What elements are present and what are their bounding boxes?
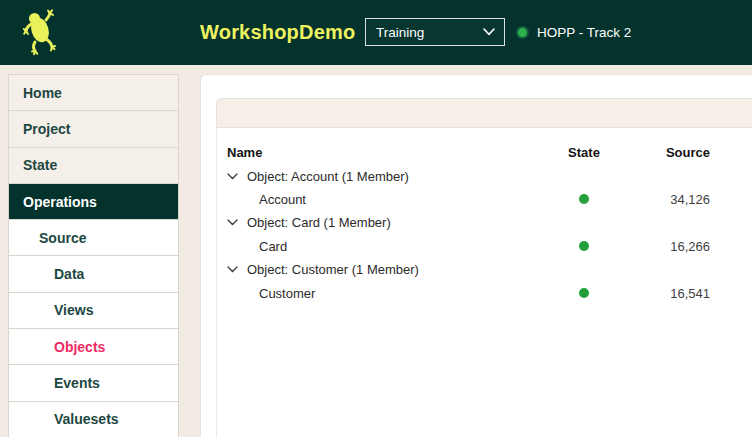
sidebar-item-project[interactable]: Project bbox=[9, 111, 178, 147]
chevron-down-icon bbox=[227, 266, 238, 273]
table-row-source: 34,126 bbox=[624, 192, 710, 207]
sidebar-item-label: Project bbox=[23, 121, 70, 137]
status-label: HOPP - Track 2 bbox=[537, 25, 631, 40]
group-label: Object: Card (1 Member) bbox=[247, 215, 391, 230]
group-label: Object: Customer (1 Member) bbox=[247, 262, 419, 277]
table-row-name[interactable]: Customer bbox=[225, 286, 544, 301]
column-header-state: State bbox=[544, 145, 624, 160]
sidebar-item-valuesets[interactable]: Valuesets bbox=[9, 402, 178, 437]
sidebar-nav: Home Project State Operations Source Dat… bbox=[8, 74, 179, 437]
sidebar-item-label: Events bbox=[54, 375, 100, 391]
frog-icon bbox=[23, 9, 57, 56]
main-content: Name State Source Object: Account (1 Mem… bbox=[200, 74, 752, 437]
panel-header bbox=[216, 98, 752, 128]
chevron-down-icon bbox=[227, 219, 238, 226]
environment-select-value: Training bbox=[376, 25, 424, 40]
group-label: Object: Account (1 Member) bbox=[247, 169, 409, 184]
group-row-account[interactable]: Object: Account (1 Member) bbox=[225, 169, 710, 184]
column-header-source: Source bbox=[624, 145, 710, 160]
sidebar-item-label: Valuesets bbox=[54, 411, 119, 427]
chevron-down-icon bbox=[227, 173, 238, 180]
group-row-customer[interactable]: Object: Customer (1 Member) bbox=[225, 262, 710, 277]
sidebar-item-operations[interactable]: Operations bbox=[9, 184, 178, 220]
sidebar-item-objects[interactable]: Objects bbox=[9, 329, 178, 365]
sidebar-item-label: Home bbox=[23, 85, 62, 101]
table-row-state bbox=[544, 194, 624, 204]
status-dot-icon bbox=[516, 26, 529, 39]
table-row-name[interactable]: Card bbox=[225, 239, 544, 254]
table-row-source: 16,266 bbox=[624, 239, 710, 254]
sidebar-item-views[interactable]: Views bbox=[9, 293, 178, 329]
page-title: WorkshopDemo bbox=[200, 0, 355, 65]
objects-table: Name State Source Object: Account (1 Mem… bbox=[217, 141, 752, 305]
app-header: WorkshopDemo Training HOPP - Track 2 bbox=[0, 0, 752, 65]
sidebar-item-events[interactable]: Events bbox=[9, 365, 178, 401]
table-row-source: 16,541 bbox=[624, 286, 710, 301]
table-row-name[interactable]: Account bbox=[225, 192, 544, 207]
sidebar-item-label: Source bbox=[39, 230, 86, 246]
table-row-state bbox=[544, 288, 624, 298]
state-ok-dot-icon bbox=[579, 288, 589, 298]
objects-panel: Name State Source Object: Account (1 Mem… bbox=[216, 98, 752, 437]
connection-status: HOPP - Track 2 bbox=[516, 0, 631, 65]
group-row-card[interactable]: Object: Card (1 Member) bbox=[225, 215, 710, 230]
sidebar-item-data[interactable]: Data bbox=[9, 256, 178, 292]
sidebar-item-label: Data bbox=[54, 266, 84, 282]
sidebar-item-label: Views bbox=[54, 302, 93, 318]
column-header-name: Name bbox=[225, 145, 544, 160]
state-ok-dot-icon bbox=[579, 241, 589, 251]
sidebar-item-source[interactable]: Source bbox=[9, 220, 178, 256]
environment-select[interactable]: Training bbox=[365, 18, 505, 46]
table-row-state bbox=[544, 241, 624, 251]
sidebar-item-label: Operations bbox=[23, 194, 97, 210]
sidebar-item-state[interactable]: State bbox=[9, 148, 178, 184]
state-ok-dot-icon bbox=[579, 194, 589, 204]
sidebar-item-label: Objects bbox=[54, 339, 105, 355]
panel-body: Name State Source Object: Account (1 Mem… bbox=[216, 128, 752, 437]
chevron-down-icon bbox=[483, 28, 495, 36]
sidebar-item-label: State bbox=[23, 157, 57, 173]
sidebar-item-home[interactable]: Home bbox=[9, 75, 178, 111]
app-logo[interactable] bbox=[22, 8, 58, 57]
